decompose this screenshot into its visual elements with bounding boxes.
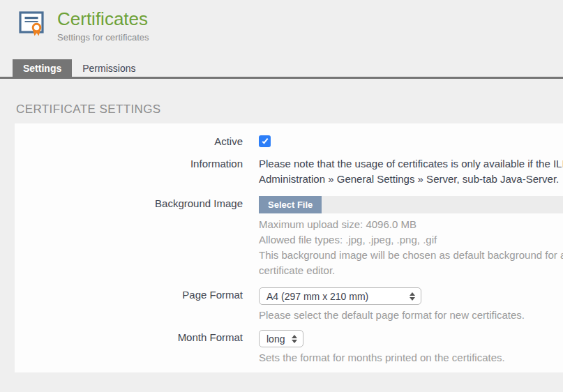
month-format-value: long xyxy=(267,333,285,345)
form-row-background-image: Background Image Select File Maximum upl… xyxy=(15,196,563,278)
select-stepper-icon xyxy=(292,335,297,343)
information-line-2: Administration » General Settings » Serv… xyxy=(259,172,563,187)
page-format-hint: Please select the default page format fo… xyxy=(259,308,525,323)
information-label: Information xyxy=(15,156,243,171)
month-format-hint: Sets the format for months printed on th… xyxy=(259,350,505,365)
form-row-month-format: Month Format long Sets the format for mo… xyxy=(15,330,563,365)
background-hint-line-2: certificate editor. xyxy=(259,263,563,278)
checkmark-icon xyxy=(262,137,268,144)
information-line-1: Please note that the usage of certificat… xyxy=(259,156,563,172)
max-upload-size-text: Maximum upload size: 4096.0 MB xyxy=(259,217,563,232)
month-format-control: long Sets the format for months printed … xyxy=(259,330,505,365)
settings-form-panel: Active Information Please note that the … xyxy=(15,123,563,372)
form-row-page-format: Page Format A4 (297 mm x 210 mm) Please … xyxy=(15,287,563,323)
information-text: Please note that the usage of certificat… xyxy=(259,156,563,187)
page-header: Certificates Settings for certificates xyxy=(0,0,563,43)
section-title: CERTIFICATE SETTINGS xyxy=(16,103,563,116)
file-input[interactable]: Select File xyxy=(259,196,563,213)
tab-settings[interactable]: Settings xyxy=(13,59,72,77)
page-title: Certificates xyxy=(57,8,149,29)
tab-bar: Settings Permissions xyxy=(0,59,563,79)
tab-permissions[interactable]: Permissions xyxy=(72,59,146,77)
page-format-label: Page Format xyxy=(15,287,243,302)
active-control xyxy=(259,134,271,147)
active-checkbox[interactable] xyxy=(259,135,271,147)
month-format-label: Month Format xyxy=(15,330,243,345)
header-text-block: Certificates Settings for certificates xyxy=(57,8,149,43)
month-format-select[interactable]: long xyxy=(259,330,303,347)
background-image-label: Background Image xyxy=(15,196,243,211)
form-row-information: Information Please note that the usage o… xyxy=(15,156,563,187)
active-label: Active xyxy=(15,134,243,149)
background-hint-line-1: This background image will be chosen as … xyxy=(259,248,563,263)
page-format-control: A4 (297 mm x 210 mm) Please select the d… xyxy=(259,287,525,323)
page-format-select[interactable]: A4 (297 mm x 210 mm) xyxy=(259,287,421,305)
form-row-active: Active xyxy=(15,134,563,149)
select-stepper-icon xyxy=(410,292,415,301)
allowed-file-types-text: Allowed file types: .jpg, .jpeg, .png, .… xyxy=(259,232,563,248)
background-image-control: Select File Maximum upload size: 4096.0 … xyxy=(259,196,563,278)
select-file-button[interactable]: Select File xyxy=(259,196,322,213)
certificates-settings-page: Certificates Settings for certificates S… xyxy=(0,0,563,372)
page-format-value: A4 (297 mm x 210 mm) xyxy=(267,291,368,302)
certificate-icon xyxy=(17,9,45,37)
page-subtitle: Settings for certificates xyxy=(57,32,149,43)
